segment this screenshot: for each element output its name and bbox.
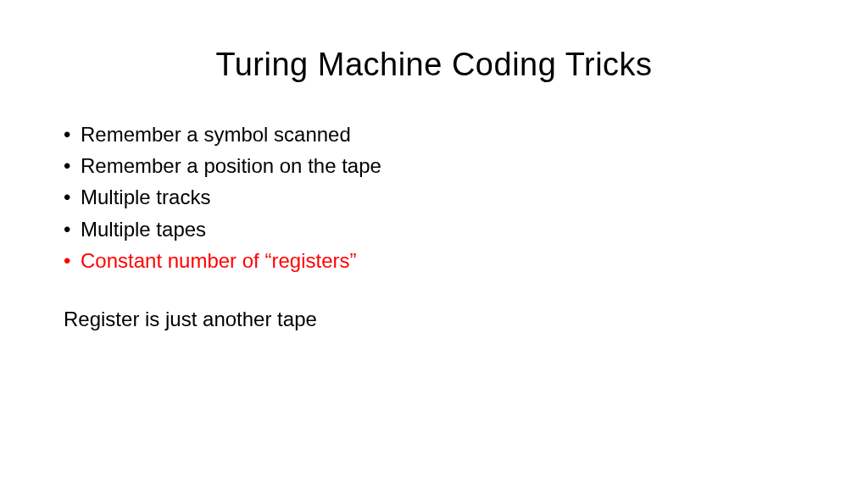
bullet-item: Multiple tracks	[64, 181, 817, 213]
slide-footer-text: Register is just another tape	[64, 308, 817, 331]
bullet-item: Remember a symbol scanned	[64, 119, 817, 150]
bullet-item: Remember a position on the tape	[64, 150, 817, 181]
bullet-item: Multiple tapes	[64, 214, 817, 245]
bullet-list: Remember a symbol scanned Remember a pos…	[64, 119, 817, 276]
slide-container: Turing Machine Coding Tricks Remember a …	[0, 0, 868, 488]
bullet-item-highlighted: Constant number of “registers”	[64, 245, 817, 276]
slide-title: Turing Machine Coding Tricks	[51, 47, 817, 83]
slide-content: Remember a symbol scanned Remember a pos…	[51, 119, 817, 331]
